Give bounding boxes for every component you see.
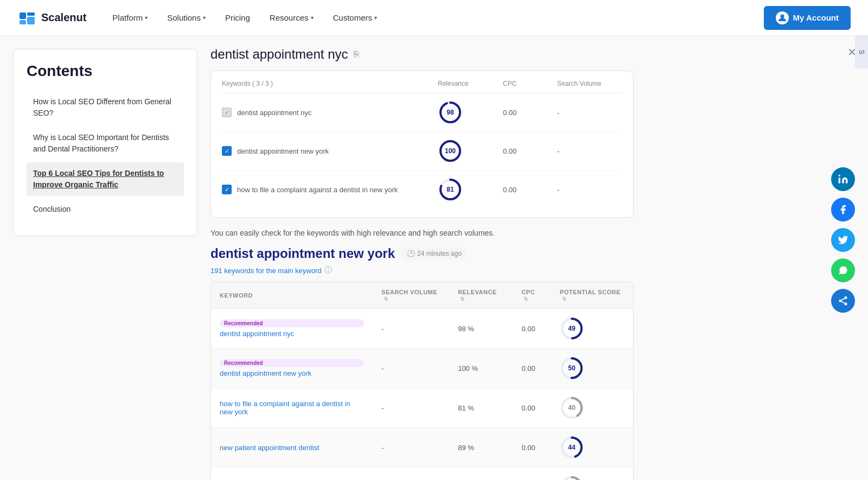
keyword-link-2[interactable]: how to file a complaint against a dentis… — [220, 400, 364, 416]
table-cell-relevance-2: 81 % — [449, 388, 513, 428]
relevance-col-header: Relevance — [438, 80, 503, 87]
keyword-table-card: KEYWORD SEARCH VOLUME ⇅ RELEVANCE ⇅ CPC — [210, 282, 634, 480]
main-keyword-header: dentist appointment new york 🕐 24 minute… — [210, 246, 851, 261]
nav-solutions[interactable]: Solutions ▾ — [158, 9, 214, 27]
table-row: Recommended dentist appointment nyc - 98… — [211, 309, 633, 349]
table-cell-relevance-1: 100 % — [449, 349, 513, 388]
time-badge: 🕐 24 minutes ago — [401, 248, 467, 260]
keyword-title-text: dentist appointment nyc — [210, 47, 348, 62]
col-search-volume: SEARCH VOLUME ⇅ — [373, 282, 449, 309]
svg-rect-2 — [20, 20, 26, 24]
table-row: Recommended dentist appointment new york… — [211, 349, 633, 388]
kw-vol-3: - — [557, 186, 622, 194]
svg-rect-4 — [27, 17, 35, 24]
table-cell-relevance-4: 84 % — [449, 468, 513, 481]
keyword-link-0[interactable]: dentist appointment nyc — [220, 330, 364, 338]
sort-icon: ⇅ — [524, 296, 528, 302]
chevron-down-icon: ▾ — [374, 15, 377, 21]
table-cell-cpc-1: 0.00 — [513, 349, 551, 388]
table-cell-cpc-3: 0.00 — [513, 428, 551, 468]
keywords-card: Keywords ( 3 / 3 ) Relevance CPC Search … — [210, 71, 634, 218]
social-bar — [831, 167, 855, 313]
kw-cpc-2: 0.00 — [503, 147, 557, 155]
sidebar-item-3[interactable]: Top 6 Local SEO Tips for Dentists to Imp… — [27, 162, 184, 196]
kw-text-3: how to file a complaint against a dentis… — [237, 186, 398, 194]
kw-checkbox-3[interactable] — [222, 185, 232, 194]
kw-text-2: dentist appointment new york — [237, 147, 329, 155]
panel-side-tab[interactable]: S — [855, 36, 868, 68]
volume-col-header: Search Volume — [557, 80, 622, 87]
table-cell-score-1: 50 — [551, 349, 633, 388]
table-cell-relevance-0: 98 % — [449, 309, 513, 349]
kw-row-3: how to file a complaint against a dentis… — [222, 170, 622, 209]
kw-name-3: how to file a complaint against a dentis… — [222, 185, 438, 194]
table-cell-volume-1: - — [373, 349, 449, 388]
kw-checkbox-1[interactable] — [222, 108, 232, 117]
contents-sidebar: Contents How is Local SEO Different from… — [13, 49, 197, 236]
svg-point-23 — [845, 296, 847, 299]
main-content: ✕ dentist appointment nyc ⎘ Keywords ( 3… — [197, 36, 868, 480]
col-cpc: CPC ⇅ — [513, 282, 551, 309]
sort-icon: ⇅ — [384, 296, 388, 302]
table-row: new patient appointment dentist - 89 % 0… — [211, 428, 633, 468]
svg-line-26 — [841, 301, 845, 303]
kw-row-2: dentist appointment new york 100 0.00 - — [222, 132, 622, 170]
svg-point-5 — [780, 14, 784, 18]
sidebar-title: Contents — [27, 62, 184, 80]
share-icon[interactable] — [831, 289, 855, 313]
keywords-sub-header: 191 keywords for the main keyword ⓘ — [210, 266, 851, 275]
sidebar-item-1[interactable]: How is Local SEO Different from General … — [27, 91, 184, 124]
nav-platform[interactable]: Platform ▾ — [104, 9, 156, 27]
info-icon[interactable]: ⓘ — [324, 266, 332, 275]
nav-customers[interactable]: Customers ▾ — [324, 9, 386, 27]
my-account-button[interactable]: My Account — [764, 6, 851, 30]
kw-cpc-1: 0.00 — [503, 109, 557, 117]
svg-rect-1 — [20, 12, 26, 19]
my-account-label: My Account — [793, 13, 839, 22]
table-cell-cpc-4: 0.00 — [513, 468, 551, 481]
col-keyword: KEYWORD — [211, 282, 373, 309]
kw-checkbox-2[interactable] — [222, 146, 232, 156]
keyword-link-1[interactable]: dentist appointment new york — [220, 369, 364, 377]
table-row: how to file a complaint against a dentis… — [211, 388, 633, 428]
linkedin-icon[interactable] — [831, 167, 855, 191]
kw-vol-1: - — [557, 109, 622, 117]
page-layout: Contents How is Local SEO Different from… — [0, 36, 868, 480]
table-cell-keyword-3: new patient appointment dentist — [211, 428, 373, 468]
logo-text: Scalenut — [41, 11, 86, 24]
kw-name-2: dentist appointment new york — [222, 146, 438, 156]
table-cell-keyword-2: how to file a complaint against a dentis… — [211, 388, 373, 428]
sidebar-item-4[interactable]: Conclusion — [27, 198, 184, 220]
kw-vol-2: - — [557, 147, 622, 155]
logo[interactable]: Scalenut — [17, 8, 86, 28]
table-header-row: KEYWORD SEARCH VOLUME ⇅ RELEVANCE ⇅ CPC — [211, 282, 633, 309]
keyword-table: KEYWORD SEARCH VOLUME ⇅ RELEVANCE ⇅ CPC — [211, 282, 633, 480]
sidebar-item-2[interactable]: Why is Local SEO Important for Dentists … — [27, 127, 184, 160]
navbar: Scalenut Platform ▾ Solutions ▾ Pricing … — [0, 0, 868, 36]
table-cell-score-3: 44 — [551, 428, 633, 468]
nav-resources[interactable]: Resources ▾ — [261, 9, 322, 27]
col-potential-score: POTENTIAL SCORE ⇅ — [551, 282, 633, 309]
copy-icon[interactable]: ⎘ — [354, 49, 359, 59]
sort-icon: ⇅ — [562, 296, 567, 302]
facebook-icon[interactable] — [831, 198, 855, 222]
account-avatar — [776, 11, 789, 24]
clock-icon: 🕐 — [407, 250, 415, 257]
nav-menu: Platform ▾ Solutions ▾ Pricing Resources… — [104, 9, 763, 27]
table-cell-score-2: 40 — [551, 388, 633, 428]
table-cell-score-0: 49 — [551, 309, 633, 349]
main-keyword-title: dentist appointment new york — [210, 246, 395, 261]
keyword-link-3[interactable]: new patient appointment dentist — [220, 444, 364, 452]
chevron-down-icon: ▾ — [311, 15, 314, 21]
table-cell-cpc-2: 0.00 — [513, 388, 551, 428]
kw-row-1: dentist appointment nyc 98 0.00 - — [222, 93, 622, 132]
svg-rect-3 — [27, 12, 35, 16]
twitter-icon[interactable] — [831, 228, 855, 252]
nav-pricing[interactable]: Pricing — [216, 9, 259, 27]
svg-point-22 — [839, 175, 840, 176]
table-cell-volume-2: - — [373, 388, 449, 428]
sort-icon: ⇅ — [460, 296, 465, 302]
kw-relevance-1: 98 — [438, 100, 503, 125]
whatsapp-icon[interactable] — [831, 258, 855, 282]
kw-name-1: dentist appointment nyc — [222, 108, 438, 117]
